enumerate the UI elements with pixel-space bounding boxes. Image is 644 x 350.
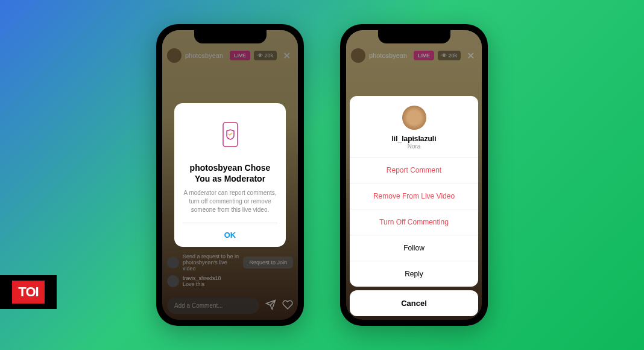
cancel-button[interactable]: Cancel — [350, 290, 478, 316]
modal-description: A moderator can report comments, turn of… — [183, 189, 277, 214]
phone-notch — [194, 30, 267, 43]
phone-screen-right: photosbyean LIVE 👁 20k ✕ lil_lapislazuli… — [346, 30, 482, 320]
action-sheet: lil_lapislazuli Nora Report Comment Remo… — [350, 96, 478, 287]
moderator-modal: photosbyean Chose You as Moderator A mod… — [174, 103, 286, 247]
phones-container: photosbyean LIVE 👁 20k ✕ Send a request … — [0, 0, 644, 350]
action-sheet-overlay: lil_lapislazuli Nora Report Comment Remo… — [346, 30, 482, 320]
turn-off-commenting-button[interactable]: Turn Off Commenting — [350, 209, 478, 235]
phone-screen-left: photosbyean LIVE 👁 20k ✕ Send a request … — [162, 30, 298, 320]
phone-notch — [378, 30, 450, 43]
reply-button[interactable]: Reply — [350, 261, 478, 287]
report-comment-button[interactable]: Report Comment — [350, 158, 478, 183]
sheet-header: lil_lapislazuli Nora — [350, 96, 478, 158]
phone-right: photosbyean LIVE 👁 20k ✕ lil_lapislazuli… — [340, 24, 488, 326]
modal-title: photosbyean Chose You as Moderator — [183, 162, 277, 184]
modal-ok-button[interactable]: OK — [183, 223, 277, 247]
moderator-shield-icon — [183, 120, 277, 154]
sheet-username: lil_lapislazuli — [356, 135, 472, 143]
follow-button[interactable]: Follow — [350, 235, 478, 261]
toi-logo-badge: TOI — [0, 275, 57, 309]
sheet-display-name: Nora — [356, 143, 472, 150]
user-avatar[interactable] — [402, 106, 426, 130]
phone-left: photosbyean LIVE 👁 20k ✕ Send a request … — [156, 24, 304, 326]
remove-from-live-button[interactable]: Remove From Live Video — [350, 183, 478, 209]
modal-overlay: photosbyean Chose You as Moderator A mod… — [162, 30, 298, 320]
toi-logo-text: TOI — [12, 281, 44, 304]
